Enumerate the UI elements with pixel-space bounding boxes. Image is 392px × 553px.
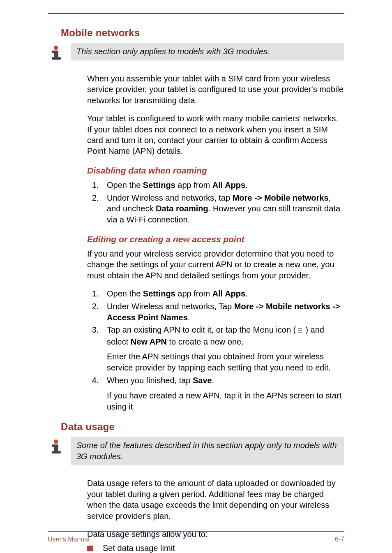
subheading-disabling-data-roaming: Disabling data when roaming	[87, 166, 344, 176]
paragraph: If you and your wireless service provide…	[87, 248, 344, 281]
step-text: When you finished, tap	[107, 376, 193, 385]
strong-text: New APN	[131, 337, 167, 346]
svg-rect-4	[298, 328, 300, 329]
list-item: Tap an existing APN to edit it, or tap t…	[101, 324, 344, 373]
step-text: .	[245, 180, 248, 190]
steps-list: Open the Settings app from All Apps. Und…	[101, 288, 344, 412]
list-item: Under Wireless and networks, tap More ->…	[101, 192, 344, 225]
bullet-text: Set data usage limit	[103, 544, 175, 553]
step-text: app from	[175, 289, 212, 298]
step-text: .	[212, 376, 214, 385]
heading-mobile-networks: Mobile networks	[61, 27, 344, 39]
step-text: app from	[175, 180, 212, 190]
note-text: This section only applies to models with…	[71, 43, 344, 60]
paragraph: Your tablet is configured to work with m…	[87, 113, 344, 157]
list-item: Under Wireless and networks, Tap More ->…	[101, 301, 344, 323]
svg-rect-3	[52, 57, 61, 60]
note-data-usage: Some of the features described in this s…	[48, 437, 344, 465]
strong-text: Settings	[143, 289, 175, 298]
bottom-rule	[48, 531, 344, 532]
svg-rect-2	[54, 51, 58, 58]
menu-icon	[298, 325, 303, 336]
info-icon	[48, 44, 64, 61]
note-mobile-networks: This section only applies to models with…	[48, 43, 344, 61]
bullet-item: Set data usage limit	[87, 544, 344, 553]
step-text: Under Wireless and networks, Tap	[107, 302, 234, 311]
subheading-editing-access-point: Editing or creating a new access point	[87, 234, 344, 244]
list-item: Open the Settings app from All Apps.	[101, 180, 344, 191]
svg-rect-9	[300, 332, 302, 333]
svg-rect-5	[300, 328, 302, 329]
step-text: Tap an existing APN to edit it, or tap t…	[107, 325, 298, 334]
svg-rect-12	[54, 444, 58, 452]
step-text: Open the	[107, 289, 143, 298]
strong-text: Data roaming	[156, 204, 208, 213]
heading-data-usage: Data usage	[61, 421, 344, 433]
step-text: Open the	[107, 180, 143, 190]
svg-point-10	[54, 440, 58, 444]
step-text: .	[245, 289, 248, 298]
paragraph: When you assemble your tablet with a SIM…	[87, 73, 344, 106]
top-rule	[48, 13, 344, 14]
info-icon	[48, 438, 64, 455]
footer: User's Manual 6-7	[48, 536, 344, 543]
step-note: Enter the APN settings that you obtained…	[107, 351, 344, 373]
list-item: When you finished, tap Save. If you have…	[101, 375, 344, 412]
svg-rect-6	[298, 330, 300, 331]
step-text: .	[188, 313, 190, 322]
footer-right: 6-7	[335, 536, 344, 543]
paragraph: Data usage refers to the amount of data …	[87, 478, 344, 521]
note-text: Some of the features described in this s…	[71, 437, 344, 465]
step-text: to create a new one.	[167, 337, 244, 346]
strong-text: Save	[193, 376, 212, 385]
strong-text: More -> Mobile networks	[233, 193, 329, 202]
strong-text: All Apps	[212, 289, 245, 298]
bullet-square-icon	[87, 546, 93, 551]
steps-list: Open the Settings app from All Apps. Und…	[101, 180, 344, 225]
svg-point-0	[54, 46, 58, 50]
step-text: Under Wireless and networks, tap	[107, 193, 233, 202]
svg-rect-8	[298, 332, 300, 333]
step-note: If you have created a new APN, tap it in…	[107, 390, 344, 412]
list-item: Open the Settings app from All Apps.	[101, 288, 344, 299]
strong-text: All Apps	[212, 180, 245, 190]
svg-rect-7	[300, 330, 302, 331]
svg-rect-13	[52, 451, 61, 454]
strong-text: Settings	[143, 180, 175, 190]
footer-left: User's Manual	[48, 536, 90, 543]
